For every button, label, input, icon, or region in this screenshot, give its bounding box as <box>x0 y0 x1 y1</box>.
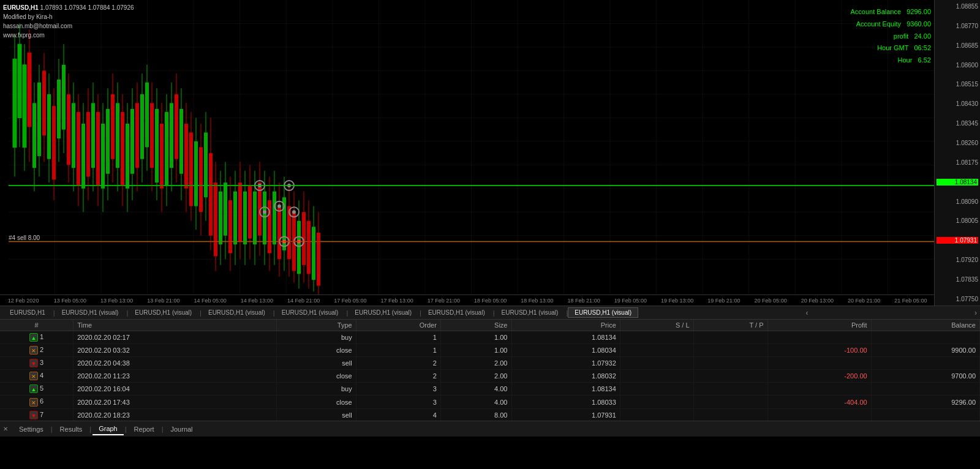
svg-rect-74 <box>111 94 115 159</box>
cell-tp <box>693 396 767 408</box>
cell-profit: -404.00 <box>767 396 871 408</box>
price-scale: 1.08855 1.08770 1.08685 1.08600 1.08515 … <box>934 0 980 306</box>
svg-rect-82 <box>130 109 134 174</box>
cell-size: 2.00 <box>440 357 511 370</box>
table-row: ▲5 2020.02.20 16:04 buy 3 4.00 1.08134 <box>0 383 980 396</box>
tab-eurusd-visual-1[interactable]: EURUSD,H1 (visual) <box>55 307 126 318</box>
tab-eurusd-visual-7[interactable]: EURUSD,H1 (visual) <box>495 307 565 318</box>
website-label: www.fxprg.com <box>3 31 134 40</box>
cell-order: 2 <box>356 370 440 383</box>
svg-point-170 <box>292 210 296 214</box>
cell-sl <box>620 331 693 344</box>
table-row: ✕6 2020.02.20 17:43 close 3 4.00 1.08033… <box>0 396 980 408</box>
svg-rect-118 <box>219 192 222 245</box>
col-header-price: Price <box>511 320 620 331</box>
email-label: hassan.mb@hotmail.com <box>3 21 134 31</box>
cell-size: 2.00 <box>440 370 511 383</box>
close-icon[interactable]: ✕ <box>3 426 8 432</box>
svg-point-164 <box>277 204 281 208</box>
cell-balance <box>871 408 979 421</box>
svg-rect-132 <box>253 192 257 245</box>
svg-rect-140 <box>273 192 276 245</box>
svg-rect-72 <box>106 109 110 174</box>
cell-profit <box>767 383 871 396</box>
svg-rect-122 <box>228 200 232 253</box>
bottom-tab-report[interactable]: Report <box>128 424 160 435</box>
svg-rect-126 <box>238 182 242 241</box>
col-header-balance: Balance <box>871 320 979 331</box>
tab-eurusd-visual-2[interactable]: EURUSD,H1 (visual) <box>128 307 198 318</box>
row-icon: ✕ <box>29 346 38 355</box>
bottom-panel: ✕ Settings | Results | Graph | Report | … <box>0 421 980 437</box>
cell-size: 1.00 <box>440 331 511 344</box>
tab-arrow-left[interactable]: ‹ <box>806 309 809 317</box>
svg-rect-100 <box>175 94 178 159</box>
svg-rect-102 <box>179 109 183 174</box>
cell-num: ▼3 <box>0 357 74 370</box>
svg-rect-54 <box>62 65 66 130</box>
cell-tp <box>693 408 767 421</box>
svg-rect-92 <box>155 109 159 182</box>
tab-eurusd-h1[interactable]: EURUSD,H1 <box>3 307 52 318</box>
cell-num: ▲1 <box>0 331 74 344</box>
cell-sl <box>620 357 693 370</box>
ohlc-label: 1.07893 1.07934 1.07884 1.07926 <box>40 4 134 11</box>
svg-rect-58 <box>72 103 75 168</box>
cell-order: 3 <box>356 383 440 396</box>
cell-order: 3 <box>356 396 440 408</box>
cell-tp <box>693 344 767 357</box>
cell-sl <box>620 344 693 357</box>
col-header-time: Time <box>74 320 276 331</box>
cell-type: sell <box>276 408 356 421</box>
cell-order: 4 <box>356 408 440 421</box>
bottom-tab-journal[interactable]: Journal <box>164 424 198 435</box>
cell-profit: -200.00 <box>767 370 871 383</box>
bottom-tab-graph[interactable]: Graph <box>92 423 124 435</box>
tab-eurusd-visual-6[interactable]: EURUSD,H1 (visual) <box>421 307 492 318</box>
svg-rect-42 <box>32 103 36 168</box>
svg-point-162 <box>263 210 266 214</box>
bottom-tab-results[interactable]: Results <box>54 424 89 435</box>
cell-tp <box>693 383 767 396</box>
table-row: ▼7 2020.02.20 18:23 sell 4 8.00 1.07931 <box>0 408 980 421</box>
hour-gmt-label: Hour GMT <box>877 44 908 51</box>
cell-size: 1.00 <box>440 344 511 357</box>
table-row: ▼3 2020.02.20 04:38 sell 2 2.00 1.07932 <box>0 357 980 370</box>
svg-rect-34 <box>13 59 17 147</box>
equity-value: 9360.00 <box>907 20 931 28</box>
cell-num: ▼7 <box>0 408 74 421</box>
chart-info-topleft: EURUSD,H1 1.07893 1.07934 1.07884 1.0792… <box>3 3 134 40</box>
tab-eurusd-visual-8[interactable]: EURUSD,H1 (visual) <box>568 307 638 318</box>
svg-rect-90 <box>150 103 154 168</box>
table-row: ✕2 2020.02.20 03:32 close 1 1.00 1.08034… <box>0 344 980 357</box>
table-row: ✕4 2020.02.20 11:23 close 2 2.00 1.08032… <box>0 370 980 383</box>
svg-rect-136 <box>263 192 266 245</box>
trade-annotation: #4 sell 8.00 <box>9 234 40 241</box>
cell-type: sell <box>276 357 356 370</box>
cell-time: 2020.02.20 18:23 <box>74 408 276 421</box>
cell-type: buy <box>276 331 356 344</box>
svg-rect-112 <box>204 132 208 197</box>
row-icon: ✕ <box>29 372 38 380</box>
cell-time: 2020.02.20 11:23 <box>74 370 276 383</box>
cell-tp <box>693 331 767 344</box>
tab-eurusd-visual-3[interactable]: EURUSD,H1 (visual) <box>202 307 272 318</box>
balance-value: 9296.00 <box>907 8 931 15</box>
bottom-tab-settings[interactable]: Settings <box>13 424 50 435</box>
row-icon: ▲ <box>29 385 38 393</box>
tab-eurusd-visual-4[interactable]: EURUSD,H1 (visual) <box>275 307 345 318</box>
symbol-label: EURUSD,H1 <box>3 4 39 11</box>
cell-sl <box>620 370 693 383</box>
cell-profit <box>767 357 871 370</box>
tab-arrow-right[interactable]: › <box>974 309 977 317</box>
cell-price: 1.07931 <box>511 408 620 421</box>
row-icon: ▼ <box>29 411 38 419</box>
cell-tp <box>693 357 767 370</box>
cell-time: 2020.02.20 16:04 <box>74 383 276 396</box>
cell-order: 2 <box>356 357 440 370</box>
svg-rect-114 <box>209 153 213 236</box>
cell-price: 1.07932 <box>511 357 620 370</box>
tab-eurusd-visual-5[interactable]: EURUSD,H1 (visual) <box>348 307 418 318</box>
svg-rect-110 <box>199 148 203 212</box>
cell-balance: 9296.00 <box>871 396 979 408</box>
